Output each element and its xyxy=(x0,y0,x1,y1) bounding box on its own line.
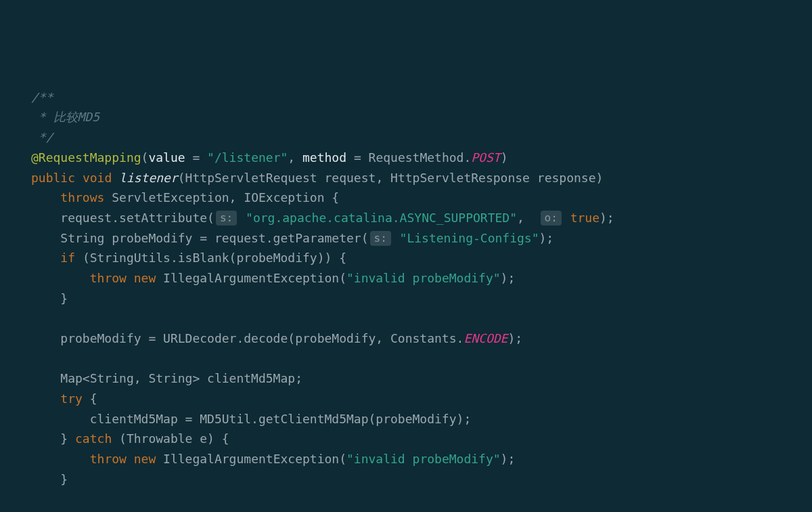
stmt-decode: probeModify = URLDecoder.decode(probeMod… xyxy=(31,331,464,345)
brace-open: { xyxy=(83,391,97,406)
code-editor[interactable]: /** * 比较MD5 */ @RequestMapping(value = "… xyxy=(0,87,812,512)
exception-cls: IllegalArgumentException( xyxy=(156,271,346,285)
kw-new: new xyxy=(134,271,156,285)
annotation: @RequestMapping xyxy=(31,150,141,165)
javadoc-open: /** xyxy=(31,90,53,104)
kw-true: true xyxy=(563,211,600,225)
string-listening: "Listening-Configs" xyxy=(392,231,539,245)
decl-map: Map<String, String> clientMd5Map; xyxy=(31,371,302,385)
if-cond: (StringUtils.isBlank(probeModify)) { xyxy=(75,251,346,265)
kw-catch: catch xyxy=(75,431,112,446)
param-hint: o: xyxy=(541,211,562,226)
string-listener: "/listener" xyxy=(207,150,288,165)
kw-throw: throw xyxy=(90,271,127,285)
stmt-end: ); xyxy=(508,331,522,345)
javadoc-close: */ xyxy=(31,130,53,144)
stmt-end: ); xyxy=(501,271,516,285)
kw-new: new xyxy=(134,452,156,466)
paren-open: ( xyxy=(141,150,149,165)
kw-throw: throw xyxy=(90,452,127,466)
string-invalid: "invalid probeModify" xyxy=(346,271,501,285)
kw-try: try xyxy=(60,391,83,406)
exception-cls: IllegalArgumentException( xyxy=(156,452,346,466)
paren-close: ) xyxy=(501,150,508,165)
enum-post: POST xyxy=(471,150,500,165)
stmt-end: ); xyxy=(600,211,614,225)
attr-method: method xyxy=(302,150,346,165)
method-params: (HttpServletRequest request, HttpServlet… xyxy=(178,171,604,185)
throws-list: ServletException, IOException { xyxy=(104,190,339,205)
brace-close: } xyxy=(31,431,75,446)
kw-throws: throws xyxy=(60,190,104,205)
stmt-setattr: request.setAttribute( xyxy=(31,211,215,225)
stmt-md5map: clientMd5Map = MD5Util.getClientMd5Map(p… xyxy=(31,412,471,426)
stmt-end: ); xyxy=(501,452,516,466)
kw-void: void xyxy=(83,171,112,185)
comma: , xyxy=(288,150,302,165)
equals: = xyxy=(185,150,208,165)
kw-public: public xyxy=(31,171,75,185)
const-encode: ENCODE xyxy=(464,331,508,345)
stmt-end: ); xyxy=(539,231,554,245)
request-method: RequestMethod. xyxy=(369,150,472,165)
string-invalid: "invalid probeModify" xyxy=(346,452,501,466)
brace-close: } xyxy=(31,472,68,486)
kw-if: if xyxy=(60,251,75,265)
param-hint: s: xyxy=(216,211,237,226)
method-name: listener xyxy=(119,171,178,185)
catch-cond: (Throwable e) { xyxy=(112,431,229,446)
javadoc-text: 比较MD5 xyxy=(53,110,100,124)
equals: = xyxy=(346,150,369,165)
comma: , xyxy=(517,211,539,225)
stmt-getparam: String probeModify = request.getParamete… xyxy=(31,231,369,245)
javadoc-star: * xyxy=(31,110,53,124)
attr-value: value xyxy=(148,150,185,165)
param-hint: s: xyxy=(370,231,391,246)
string-async: "org.apache.catalina.ASYNC_SUPPORTED" xyxy=(238,211,517,225)
brace-close: } xyxy=(31,291,68,305)
